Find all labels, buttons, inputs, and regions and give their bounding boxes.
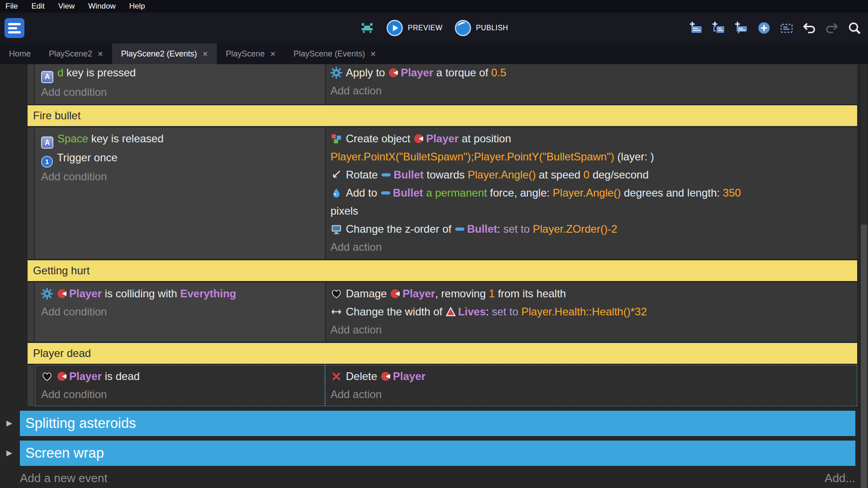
condition-line[interactable]: Player is dead <box>41 367 321 385</box>
search-button[interactable] <box>847 21 862 35</box>
condition-cell[interactable]: ASpace key is released 1Trigger once Add… <box>35 127 325 259</box>
select-events-button[interactable] <box>779 21 794 35</box>
action-line[interactable]: Change the z-order of Bullet: set to Pla… <box>330 220 854 238</box>
add-condition-placeholder[interactable]: Add condition <box>41 83 321 101</box>
action-line-continued[interactable]: pixels <box>330 202 854 220</box>
event-drag-handle[interactable] <box>28 127 35 259</box>
add-comment-button[interactable] <box>734 21 749 35</box>
add-action-placeholder[interactable]: Add action <box>330 385 854 404</box>
menu-item-edit[interactable]: Edit <box>31 2 44 11</box>
event-row-fire-bullet[interactable]: ASpace key is released 1Trigger once Add… <box>28 127 857 259</box>
debugger-icon[interactable] <box>360 21 374 35</box>
menu-item-view[interactable]: View <box>58 2 75 11</box>
tab-playscene2-events[interactable]: PlayScene2 (Events)× <box>112 43 217 64</box>
comment-text: Player dead <box>33 347 91 360</box>
condition-cell[interactable]: Player is colliding with Everything Add … <box>35 282 325 342</box>
group-collapse-arrow-icon[interactable]: ▶ <box>0 418 20 428</box>
add-action-placeholder[interactable]: Add action <box>330 238 854 256</box>
tab-close-icon[interactable]: × <box>203 49 208 59</box>
event-row-torque[interactable]: Ad key is pressed Add condition Apply to… <box>28 64 857 104</box>
menu-item-file[interactable]: File <box>5 2 18 11</box>
add-action-placeholder[interactable]: Add action <box>330 321 854 339</box>
action-line[interactable]: Add to Bullet a permanent force, angle: … <box>330 184 854 202</box>
redo-button[interactable] <box>825 21 839 35</box>
add-condition-placeholder[interactable]: Add condition <box>41 385 321 404</box>
tab-label: PlayScene <box>226 49 265 59</box>
event-row-getting-hurt[interactable]: Player is colliding with Everything Add … <box>28 282 857 342</box>
publish-button[interactable]: PUBLISH <box>454 19 508 37</box>
action-expression: Player.ZOrder()-2 <box>530 223 617 235</box>
action-text: Delete <box>346 370 380 382</box>
condition-cell[interactable]: Ad key is pressed Add condition <box>35 64 325 104</box>
player-object-icon <box>380 371 391 382</box>
gear-icon <box>330 67 342 79</box>
comment-text: Fire bullet <box>33 109 80 122</box>
tab-playscene[interactable]: PlayScene× <box>217 43 285 64</box>
tab-home[interactable]: Home <box>0 43 40 64</box>
preview-button[interactable]: PREVIEW <box>386 19 443 37</box>
menu-item-window[interactable]: Window <box>88 2 115 11</box>
action-line[interactable]: Rotate Bullet towards Player.Angle() at … <box>330 166 854 184</box>
add-condition-placeholder[interactable]: Add condition <box>41 303 321 321</box>
action-expression: Player.Angle() <box>553 187 621 199</box>
object-name: Bullet <box>393 187 423 199</box>
event-drag-handle[interactable] <box>28 365 35 406</box>
add-subevent-button[interactable] <box>712 21 726 35</box>
tab-close-icon[interactable]: × <box>98 49 103 59</box>
tab-close-icon[interactable]: × <box>270 49 276 59</box>
group-bar-screen-wrap[interactable]: Screen wrap <box>20 441 855 466</box>
comment-bar-fire-bullet[interactable]: Fire bullet <box>28 105 857 126</box>
action-cell[interactable]: Delete Player Add action <box>325 365 857 406</box>
object-name: Player <box>402 287 435 300</box>
add-event-button[interactable] <box>689 21 703 35</box>
add-condition-placeholder[interactable]: Add condition <box>41 168 321 186</box>
add-new-event-button[interactable]: Add a new event <box>20 471 108 485</box>
group-title: Splitting asteroids <box>25 415 136 432</box>
player-object-icon <box>388 67 399 78</box>
condition-line[interactable]: ASpace key is released <box>41 130 321 149</box>
action-cell[interactable]: Create object Player at position Player.… <box>325 127 857 259</box>
action-line[interactable]: Change the width of Lives: set to Player… <box>330 303 854 321</box>
condition-line[interactable]: Player is colliding with Everything <box>41 285 321 303</box>
toolbar: PREVIEW PUBLISH <box>0 13 868 43</box>
action-text: Change the z-order of <box>346 223 454 235</box>
group-bar-splitting-asteroids[interactable]: Splitting asteroids <box>20 411 855 436</box>
action-line[interactable]: Apply to Player a torque of 0.5 <box>330 64 854 82</box>
comment-bar-getting-hurt[interactable]: Getting hurt <box>28 260 857 281</box>
player-object-icon <box>413 133 424 144</box>
action-text: Rotate <box>346 169 381 181</box>
condition-line[interactable]: 1Trigger once <box>41 149 321 168</box>
action-cell[interactable]: Apply to Player a torque of 0.5 Add acti… <box>325 64 857 104</box>
condition-cell[interactable]: Player is dead Add condition <box>35 365 325 406</box>
tab-playscene2[interactable]: PlayScene2× <box>40 43 112 64</box>
toolbar-center: PREVIEW PUBLISH <box>360 13 508 43</box>
add-action-placeholder[interactable]: Add action <box>330 82 854 100</box>
action-text: force, angle: <box>487 187 552 199</box>
condition-key: d <box>57 66 63 79</box>
action-line[interactable]: Delete Player <box>330 367 854 385</box>
group-title: Screen wrap <box>25 445 104 461</box>
object-name: Bullet <box>393 169 424 181</box>
scrollbar-thumb[interactable] <box>861 225 867 488</box>
action-text: : <box>486 305 492 318</box>
tab-close-icon[interactable]: × <box>370 49 376 59</box>
collision-icon <box>41 288 53 300</box>
group-row: ▶ Screen wrap <box>0 441 868 466</box>
action-line-continued[interactable]: Player.PointX("BulletSpawn");Player.Poin… <box>330 148 854 166</box>
action-text: Apply to <box>346 66 388 79</box>
group-collapse-arrow-icon[interactable]: ▶ <box>0 448 20 458</box>
undo-button[interactable] <box>802 21 816 35</box>
action-cell[interactable]: Damage Player, removing 1 from its healt… <box>325 282 857 342</box>
event-drag-handle[interactable] <box>28 282 35 342</box>
action-line[interactable]: Damage Player, removing 1 from its healt… <box>330 285 854 303</box>
event-row-player-dead[interactable]: Player is dead Add condition Delete Play… <box>28 365 857 406</box>
condition-line[interactable]: Ad key is pressed <box>41 64 321 83</box>
comment-bar-player-dead[interactable]: Player dead <box>28 343 857 364</box>
menu-item-help[interactable]: Help <box>129 2 145 11</box>
add-any-event-button[interactable] <box>757 21 771 35</box>
tab-playscene-events[interactable]: PlayScene (Events)× <box>284 43 385 64</box>
action-line[interactable]: Create object Player at position <box>330 130 854 148</box>
action-operator: set to <box>503 223 530 235</box>
event-drag-handle[interactable] <box>28 64 35 104</box>
add-button[interactable]: Add... <box>825 471 855 485</box>
